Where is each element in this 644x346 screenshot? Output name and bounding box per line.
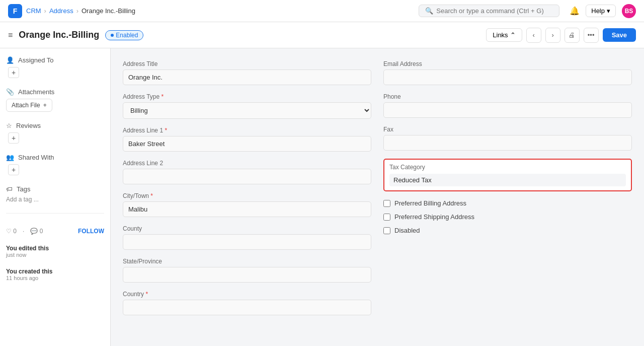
phone-input[interactable] <box>383 102 632 118</box>
disabled-checkbox[interactable] <box>383 227 390 234</box>
chevron-icon: ⌃ <box>510 31 516 39</box>
address-line1-group: Address Line 1 * <box>123 127 371 152</box>
status-dot <box>111 34 114 37</box>
add-assigned-button[interactable]: + <box>8 67 19 78</box>
comments-count[interactable]: 💬 0 <box>30 228 43 235</box>
address-type-label: Address Type * <box>123 93 371 100</box>
app-icon: F <box>8 4 22 18</box>
fax-group: Fax <box>383 126 632 151</box>
search-input[interactable] <box>436 7 553 15</box>
right-column: Email Address Phone Fax Tax Category Red… <box>383 60 632 323</box>
chevron-down-icon: ▾ <box>607 7 610 15</box>
reviews-section: ☆ Reviews + <box>6 122 104 144</box>
preferred-billing-group: Preferred Billing Address <box>383 199 632 207</box>
disabled-group: Disabled <box>383 227 632 234</box>
city-group: City/Town * <box>123 192 371 217</box>
search-icon: 🔍 <box>425 7 433 15</box>
state-group: State/Province <box>123 258 371 283</box>
preferred-billing-checkbox[interactable] <box>383 200 390 207</box>
preferred-shipping-group: Preferred Shipping Address <box>383 213 632 221</box>
email-group: Email Address <box>383 60 632 85</box>
more-button[interactable]: ••• <box>584 28 599 43</box>
tax-category-value[interactable]: Reduced Tax <box>389 174 626 186</box>
activity-2: You created this 11 hours ago <box>6 268 104 281</box>
avatar[interactable]: BS <box>622 4 636 18</box>
page-header: ≡ Orange Inc.-Billing Enabled Links ⌃ ‹ … <box>0 22 644 48</box>
address-line1-input[interactable] <box>123 136 371 152</box>
tags-section: 🏷 Tags Add a tag ... <box>6 185 104 203</box>
share-icon: 👥 <box>6 154 14 161</box>
content-area: Address Title Address Type * Billing Add… <box>111 48 644 346</box>
assigned-to-section: 👤 Assigned To + <box>6 56 104 78</box>
likes-count[interactable]: ♡ 0 <box>6 228 17 235</box>
email-label: Email Address <box>383 60 632 67</box>
search-bar[interactable]: 🔍 <box>419 5 559 17</box>
links-button[interactable]: Links ⌃ <box>486 28 522 42</box>
city-label: City/Town * <box>123 192 371 199</box>
plus-icon: + <box>43 102 47 109</box>
form-grid: Address Title Address Type * Billing Add… <box>123 60 632 323</box>
city-input[interactable] <box>123 201 371 217</box>
dot-separator: · <box>23 228 24 235</box>
main-layout: 👤 Assigned To + 📎 Attachments Attach Fil… <box>0 48 644 346</box>
county-input[interactable] <box>123 234 371 250</box>
star-icon: ☆ <box>6 122 12 129</box>
assigned-to-header: 👤 Assigned To <box>6 56 104 64</box>
address-line2-input[interactable] <box>123 169 371 184</box>
likes-row: ♡ 0 · 💬 0 FOLLOW <box>6 224 104 235</box>
shared-with-section: 👥 Shared With + <box>6 154 104 175</box>
sidebar-divider <box>6 213 104 214</box>
tax-category-box: Tax Category Reduced Tax <box>383 159 632 191</box>
attach-file-button[interactable]: Attach File + <box>6 99 52 112</box>
country-group: Country * <box>123 291 371 315</box>
address-line1-label: Address Line 1 * <box>123 127 371 134</box>
sidebar: 👤 Assigned To + 📎 Attachments Attach Fil… <box>0 48 111 346</box>
tax-category-label: Tax Category <box>389 164 626 171</box>
left-column: Address Title Address Type * Billing Add… <box>123 60 371 323</box>
address-title-input[interactable] <box>123 70 371 85</box>
country-label: Country * <box>123 291 371 298</box>
nav-right: 🔔 Help ▾ BS <box>570 4 636 18</box>
next-button[interactable]: › <box>545 28 560 43</box>
add-tag-label[interactable]: Add a tag ... <box>6 196 104 203</box>
add-shared-button[interactable]: + <box>8 164 19 175</box>
prev-button[interactable]: ‹ <box>526 28 541 43</box>
tag-icon: 🏷 <box>6 185 13 193</box>
preferred-billing-label: Preferred Billing Address <box>394 199 466 207</box>
follow-button[interactable]: FOLLOW <box>78 228 104 235</box>
header-actions: Links ⌃ ‹ › 🖨 ••• Save <box>486 28 636 43</box>
state-input[interactable] <box>123 267 371 283</box>
attachments-header: 📎 Attachments <box>6 88 104 96</box>
address-title-group: Address Title <box>123 60 371 85</box>
activity-1: You edited this just now <box>6 245 104 258</box>
notification-icon[interactable]: 🔔 <box>570 6 580 16</box>
top-nav: F CRM › Address › Orange Inc.-Billing 🔍 … <box>0 0 644 22</box>
fax-input[interactable] <box>383 135 632 151</box>
breadcrumb-crm[interactable]: CRM <box>26 7 41 15</box>
address-title-label: Address Title <box>123 60 371 67</box>
save-button[interactable]: Save <box>603 28 636 42</box>
phone-group: Phone <box>383 93 632 118</box>
county-label: County <box>123 225 371 232</box>
preferred-shipping-label: Preferred Shipping Address <box>394 213 474 221</box>
address-type-select[interactable]: Billing <box>123 102 371 119</box>
paperclip-icon: 📎 <box>6 88 14 96</box>
address-line2-group: Address Line 2 <box>123 160 371 184</box>
address-type-group: Address Type * Billing <box>123 93 371 119</box>
add-review-button[interactable]: + <box>8 132 19 144</box>
disabled-label: Disabled <box>394 227 420 234</box>
state-label: State/Province <box>123 258 371 265</box>
help-button[interactable]: Help ▾ <box>586 5 616 17</box>
attachments-section: 📎 Attachments Attach File + <box>6 88 104 112</box>
tags-header: 🏷 Tags <box>6 185 104 193</box>
email-input[interactable] <box>383 70 632 85</box>
person-icon: 👤 <box>6 56 14 64</box>
country-input[interactable] <box>123 300 371 315</box>
print-button[interactable]: 🖨 <box>565 28 580 43</box>
preferred-shipping-checkbox[interactable] <box>383 214 390 221</box>
county-group: County <box>123 225 371 250</box>
breadcrumb-address[interactable]: Address <box>49 7 73 15</box>
sidebar-toggle-icon[interactable]: ≡ <box>8 31 13 40</box>
reviews-header: ☆ Reviews <box>6 122 104 129</box>
breadcrumb: CRM › Address › Orange Inc.-Billing <box>26 7 135 15</box>
